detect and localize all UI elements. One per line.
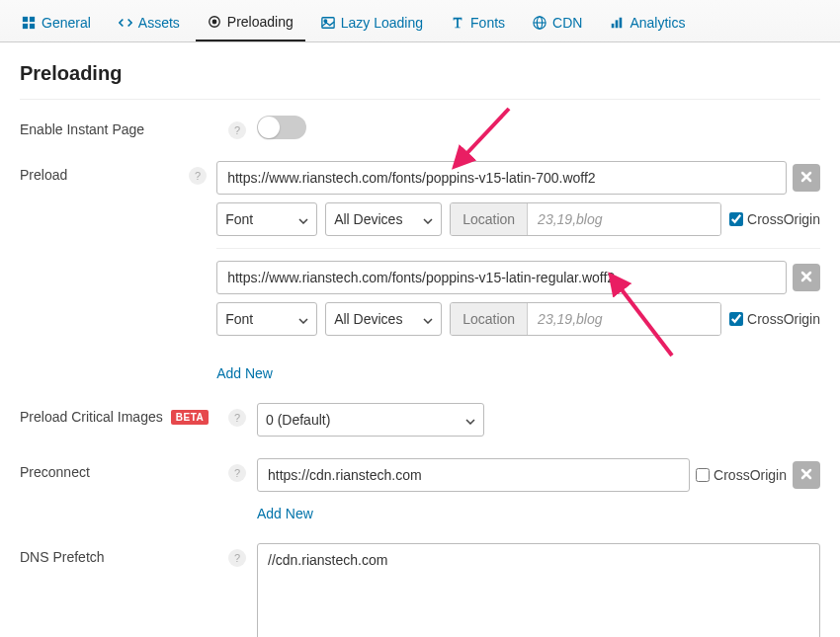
svg-point-7 (324, 20, 327, 23)
close-icon (799, 170, 813, 187)
preload-url-input[interactable] (216, 161, 787, 195)
preconnect-crossorigin-checkbox[interactable] (696, 468, 710, 482)
preload-crossorigin-checkbox[interactable] (729, 312, 743, 326)
svg-rect-0 (23, 17, 28, 22)
svg-rect-3 (30, 24, 35, 29)
preload-location-label: Location (451, 303, 528, 335)
help-preconnect[interactable]: ? (228, 464, 246, 482)
dns-prefetch-textarea[interactable] (257, 543, 820, 637)
preload-device-select[interactable]: All Devices (325, 202, 442, 236)
target-icon (208, 15, 221, 29)
chevron-down-icon (298, 311, 308, 327)
svg-rect-1 (30, 17, 35, 22)
page-title: Preloading (20, 62, 820, 85)
preload-device-select[interactable]: All Devices (325, 302, 442, 336)
preload-critical-select[interactable]: 0 (Default) (257, 403, 484, 437)
svg-rect-11 (612, 24, 615, 28)
add-new-preload[interactable]: Add New (216, 365, 273, 381)
preload-as-select[interactable]: Font (216, 202, 317, 236)
close-icon (799, 270, 813, 286)
help-enable-instant[interactable]: ? (228, 121, 246, 139)
preload-crossorigin[interactable]: CrossOrigin (729, 311, 820, 327)
tab-assets[interactable]: Assets (107, 4, 192, 41)
preload-url-input[interactable] (216, 261, 787, 294)
label-preconnect: Preconnect (20, 458, 217, 480)
svg-rect-13 (620, 18, 623, 29)
beta-badge: BETA (171, 410, 209, 425)
preload-location-label: Location (451, 203, 528, 235)
help-dns-prefetch[interactable]: ? (228, 549, 246, 567)
tab-lazy-loading[interactable]: Lazy Loading (309, 4, 435, 41)
settings-tabs: General Assets Preloading Lazy Loading F… (0, 0, 840, 42)
preload-crossorigin[interactable]: CrossOrigin (729, 211, 820, 227)
chevron-down-icon (298, 211, 308, 227)
preload-as-select[interactable]: Font (216, 302, 317, 336)
add-new-preconnect[interactable]: Add New (257, 506, 313, 521)
toggle-enable-instant[interactable] (257, 116, 306, 139)
svg-point-5 (212, 20, 216, 24)
preload-location-input[interactable] (528, 303, 720, 335)
preload-location-group: Location (450, 202, 721, 236)
globe-icon (533, 16, 546, 30)
tab-analytics[interactable]: Analytics (598, 4, 697, 41)
dashboard-icon (22, 16, 36, 30)
svg-rect-2 (23, 24, 28, 29)
bars-icon (610, 16, 624, 30)
delete-button[interactable] (793, 164, 820, 192)
image-icon (321, 16, 335, 30)
chevron-down-icon (465, 412, 475, 428)
label-preload: Preload (20, 161, 179, 183)
svg-rect-12 (616, 20, 619, 28)
delete-button[interactable] (793, 461, 820, 489)
tab-general[interactable]: General (10, 4, 103, 41)
code-icon (119, 16, 132, 30)
tab-cdn[interactable]: CDN (521, 4, 594, 41)
preload-row: Font All Devices Location (216, 261, 820, 348)
chevron-down-icon (423, 211, 433, 227)
close-icon (799, 467, 813, 484)
preload-row: Font All Devices Location (216, 161, 820, 249)
preconnect-crossorigin[interactable]: CrossOrigin (696, 467, 787, 483)
delete-button[interactable] (793, 264, 820, 291)
preload-location-input[interactable] (528, 203, 720, 235)
help-preload-critical[interactable]: ? (228, 409, 246, 427)
tab-preloading[interactable]: Preloading (196, 4, 305, 41)
label-enable-instant: Enable Instant Page (20, 116, 217, 137)
label-preload-critical: Preload Critical Images BETA (20, 403, 217, 425)
preload-crossorigin-checkbox[interactable] (729, 212, 743, 226)
chevron-down-icon (423, 311, 433, 327)
label-dns-prefetch: DNS Prefetch (20, 543, 217, 565)
preconnect-url-input[interactable] (257, 458, 690, 492)
divider (20, 99, 820, 100)
preload-location-group: Location (450, 302, 721, 336)
tab-fonts[interactable]: Fonts (439, 4, 517, 41)
font-icon (451, 16, 464, 30)
help-preload[interactable]: ? (189, 167, 207, 185)
